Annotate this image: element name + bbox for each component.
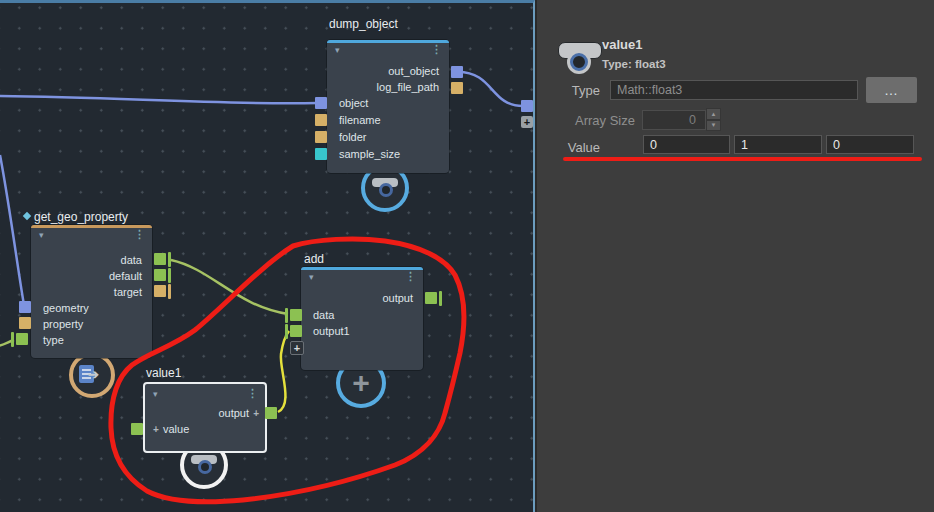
value-label: Value [540, 140, 600, 155]
port-label-sample-size: sample_size [339, 148, 400, 161]
stepper-up-icon: ▲ [706, 108, 721, 120]
collapse-arrow-icon[interactable]: ▾ [153, 390, 158, 399]
port-type-bar [11, 332, 14, 347]
red-annotation-underline [563, 157, 922, 161]
port-label-default: default [109, 270, 142, 283]
wire-out-object[interactable] [458, 72, 523, 106]
array-size-stepper[interactable]: ▲ ▼ [706, 108, 721, 131]
array-size-label: Array Size [540, 113, 635, 128]
node-value1[interactable]: ▾ ⋮ output + + value [143, 382, 267, 453]
export-doc-icon: ➔ [79, 365, 105, 385]
port-sample-size[interactable] [315, 148, 327, 160]
application-window: dump_object ▾ ⋮ out_object log_file_path… [0, 0, 934, 512]
node-menu-icon[interactable]: ⋮ [134, 229, 145, 240]
port-value-input[interactable] [131, 423, 143, 435]
node-dump-object[interactable]: ▾ ⋮ out_object log_file_path object file… [327, 40, 449, 173]
port-label-out-object: out_object [388, 65, 439, 78]
stepper-down-icon: ▼ [706, 120, 721, 132]
edge-add-port-badge[interactable]: + [521, 116, 533, 128]
port-label-filename: filename [339, 114, 381, 127]
port-edge-exposed[interactable] [521, 100, 533, 112]
collapse-arrow-icon[interactable]: ▾ [335, 46, 340, 55]
value1-node-icon [558, 40, 604, 80]
node-menu-icon[interactable]: ⋮ [431, 44, 442, 55]
port-output1-bar [285, 324, 288, 339]
value-z-input[interactable] [826, 135, 914, 154]
port-label-output1: output1 [313, 325, 350, 338]
port-label-object: object [339, 97, 368, 110]
port-value-output[interactable] [265, 407, 277, 419]
panel-node-title: value1 [602, 37, 642, 52]
port-add-data[interactable] [290, 309, 302, 321]
camera-icon [370, 175, 400, 201]
port-type[interactable] [16, 333, 28, 345]
array-size-input[interactable] [642, 110, 706, 130]
port-target[interactable] [154, 285, 166, 297]
port-label-geometry: geometry [43, 302, 89, 315]
node-graph-canvas[interactable]: dump_object ▾ ⋮ out_object log_file_path… [0, 0, 535, 512]
port-add-output-bar [439, 291, 442, 306]
port-label-data: data [121, 254, 142, 267]
node-menu-icon[interactable]: ⋮ [405, 271, 416, 282]
add-port-badge[interactable]: + [290, 341, 304, 355]
port-output1[interactable] [290, 325, 302, 337]
wire-object-input[interactable] [0, 96, 318, 103]
port-filename[interactable] [315, 114, 327, 126]
properties-panel: value1 Type: float3 Type … Array Size ▲ … [537, 0, 934, 512]
port-log-file-path[interactable] [451, 82, 463, 94]
port-add-output[interactable] [425, 292, 437, 304]
value-y-input[interactable] [734, 135, 822, 154]
node-title-dump-object: dump_object [329, 17, 398, 31]
wire-data-to-add[interactable] [171, 260, 288, 314]
port-label-target: target [114, 286, 142, 299]
port-add-data-bar [285, 308, 288, 323]
expand-plus-icon[interactable]: + [253, 407, 259, 420]
wire-value-to-add[interactable] [278, 331, 289, 412]
camera-icon [189, 452, 219, 478]
node-add[interactable]: ▾ ⋮ output data output1 [301, 267, 423, 370]
port-label-log-file-path: log_file_path [377, 81, 439, 94]
port-label-output: output [382, 292, 413, 305]
port-default-bar [168, 268, 171, 283]
value-x-input[interactable] [643, 135, 730, 154]
panel-node-type: Type: float3 [602, 58, 666, 70]
port-label-value-output: output [218, 407, 249, 420]
port-folder[interactable] [315, 131, 327, 143]
port-label-type: type [43, 334, 64, 347]
port-object[interactable] [315, 97, 327, 109]
port-label-folder: folder [339, 131, 367, 144]
node-title-value1: value1 [146, 366, 181, 380]
node-get-geo-property[interactable]: ▾ ⋮ data default target geometry propert… [31, 225, 152, 358]
node-title-get-geo-property: get_geo_property [34, 210, 128, 224]
get-geo-expand-bubble[interactable]: ➔ [69, 352, 115, 398]
port-target-bar [168, 284, 171, 299]
port-property[interactable] [19, 317, 31, 329]
port-out-object[interactable] [451, 66, 463, 78]
expand-plus-icon[interactable]: + [153, 423, 159, 436]
port-default[interactable] [154, 269, 166, 281]
wire-geometry-input[interactable] [0, 155, 24, 305]
port-label-property: property [43, 318, 83, 331]
plus-icon: + [352, 369, 370, 397]
collapse-arrow-icon[interactable]: ▾ [39, 231, 44, 240]
node-title-add: add [304, 252, 324, 266]
type-browse-button[interactable]: … [866, 77, 917, 103]
node-menu-icon[interactable]: ⋮ [247, 388, 258, 399]
port-data-bar [168, 252, 171, 267]
node-flag-diamond-icon [23, 212, 31, 220]
collapse-arrow-icon[interactable]: ▾ [309, 273, 314, 282]
type-input[interactable] [610, 80, 858, 100]
port-label-value: value [163, 423, 189, 436]
port-label-add-data: data [313, 309, 334, 322]
port-geometry[interactable] [19, 301, 31, 313]
port-data[interactable] [154, 253, 166, 265]
type-label: Type [540, 83, 600, 98]
